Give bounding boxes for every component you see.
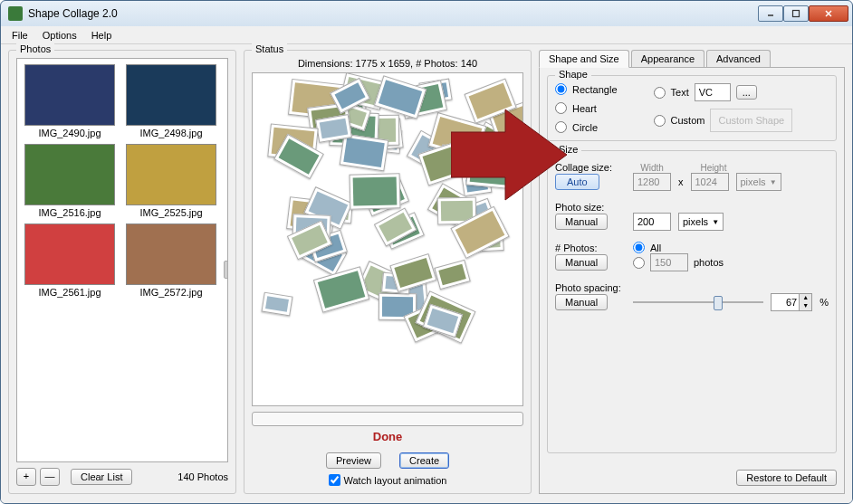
photo-thumb[interactable]: IMG_2525.jpg	[124, 144, 218, 218]
photo-thumb[interactable]: IMG_2561.jpg	[23, 223, 117, 298]
arrow-icon	[451, 105, 569, 204]
tab-appearance[interactable]: Appearance	[631, 50, 704, 68]
shape-text-input[interactable]	[695, 83, 731, 101]
spacing-slider[interactable]	[633, 293, 763, 311]
photo-name: IMG_2525.jpg	[124, 207, 218, 218]
nphotos-count-radio[interactable]	[633, 257, 645, 269]
collage-x-label: x	[678, 176, 684, 187]
app-window: Shape Collage 2.0 File Options Help Phot…	[0, 0, 853, 504]
nphotos-all-label: All	[650, 242, 661, 253]
photo-name: IMG_2516.jpg	[23, 207, 117, 218]
tab-shape-size[interactable]: Shape and Size	[539, 50, 629, 68]
svg-marker-4	[451, 109, 567, 200]
photo-thumb[interactable]: IMG_2516.jpg	[23, 144, 117, 218]
photo-thumb[interactable]: IMG_2572.jpg	[124, 223, 218, 298]
menu-file[interactable]: File	[5, 28, 35, 43]
shape-custom-label: Custom	[671, 115, 705, 126]
shape-circle-label: Circle	[572, 122, 598, 133]
minimize-button[interactable]	[758, 5, 783, 22]
content: Photos IMG_2490.jpgIMG_2498.jpgIMG_2516.…	[1, 44, 852, 503]
width-header: Width	[633, 163, 671, 173]
status-legend: Status	[252, 43, 287, 54]
status-text: Done	[252, 430, 523, 443]
spacing-pct: %	[819, 297, 829, 308]
titlebar[interactable]: Shape Collage 2.0	[1, 1, 852, 26]
tab-advanced[interactable]: Advanced	[706, 50, 771, 68]
photo-size-input[interactable]	[633, 213, 671, 231]
create-button[interactable]: Create	[399, 452, 449, 469]
menu-options[interactable]: Options	[35, 28, 84, 43]
shape-legend: Shape	[555, 69, 591, 80]
menubar: File Options Help	[1, 26, 852, 44]
nphotos-label: # Photos:	[555, 242, 626, 253]
nphotos-suffix: photos	[694, 257, 724, 268]
shape-rectangle-label: Rectangle	[572, 84, 618, 95]
nphotos-all-radio[interactable]	[633, 242, 645, 253]
close-button[interactable]	[809, 5, 848, 22]
collage-width-input[interactable]	[633, 173, 671, 191]
photos-legend: Photos	[16, 43, 54, 54]
photo-size-manual-button[interactable]: Manual	[555, 214, 608, 230]
shape-text-browse-button[interactable]: ...	[736, 85, 757, 100]
shape-text-label: Text	[671, 87, 689, 98]
watch-animation-label: Watch layout animation	[344, 475, 447, 486]
svg-rect-1	[793, 11, 800, 17]
spacing-manual-button[interactable]: Manual	[555, 294, 608, 310]
height-header: Height	[695, 163, 733, 173]
photo-name: IMG_2498.jpg	[124, 128, 218, 138]
shape-group: Shape Rectangle Heart Circle Text	[547, 75, 837, 141]
scrollbar-thumb[interactable]	[224, 261, 228, 279]
photo-thumb[interactable]: IMG_2490.jpg	[23, 64, 117, 138]
shape-text-radio[interactable]	[654, 87, 666, 99]
photo-name: IMG_2490.jpg	[23, 128, 117, 138]
remove-photo-button[interactable]: —	[40, 468, 60, 486]
status-panel: Status Dimensions: 1775 x 1659, # Photos…	[244, 50, 532, 494]
photo-unit-select[interactable]: pixels▼	[678, 213, 724, 231]
shape-rectangle-radio[interactable]	[555, 83, 567, 95]
settings-panel: Shape and Size Appearance Advanced Shape…	[539, 50, 845, 494]
preview-button[interactable]: Preview	[326, 452, 381, 469]
window-title: Shape Collage 2.0	[28, 7, 758, 20]
size-group: Size Collage size: Width Height Auto x p…	[547, 150, 837, 453]
photo-count: 140 Photos	[177, 471, 228, 482]
nphotos-input[interactable]	[650, 253, 688, 271]
dimensions-label: Dimensions: 1775 x 1659, # Photos: 140	[252, 58, 523, 69]
photo-name: IMG_2572.jpg	[124, 287, 218, 298]
photo-name: IMG_2561.jpg	[23, 287, 117, 298]
photo-thumb[interactable]: IMG_2498.jpg	[124, 64, 218, 138]
photo-list[interactable]: IMG_2490.jpgIMG_2498.jpgIMG_2516.jpgIMG_…	[16, 58, 228, 462]
maximize-button[interactable]	[783, 5, 809, 22]
photos-panel: Photos IMG_2490.jpgIMG_2498.jpgIMG_2516.…	[8, 50, 236, 494]
menu-help[interactable]: Help	[84, 28, 120, 43]
spacing-label: Photo spacing:	[555, 282, 626, 293]
clear-list-button[interactable]: Clear List	[71, 469, 132, 485]
custom-shape-box[interactable]: Custom Shape	[710, 109, 792, 132]
watch-animation-checkbox[interactable]	[329, 474, 340, 486]
add-photo-button[interactable]: +	[16, 468, 36, 486]
collage-unit-select[interactable]: pixels▼	[736, 173, 781, 191]
shape-custom-radio[interactable]	[654, 115, 666, 127]
restore-default-button[interactable]: Restore to Default	[736, 470, 837, 486]
app-icon	[8, 6, 23, 21]
spacing-spinner[interactable]: ▲▼	[771, 293, 812, 311]
collage-height-input[interactable]	[691, 173, 729, 191]
spacing-input[interactable]	[772, 294, 799, 310]
nphotos-manual-button[interactable]: Manual	[555, 254, 608, 271]
progress-bar	[252, 412, 523, 426]
shape-heart-label: Heart	[572, 103, 597, 114]
